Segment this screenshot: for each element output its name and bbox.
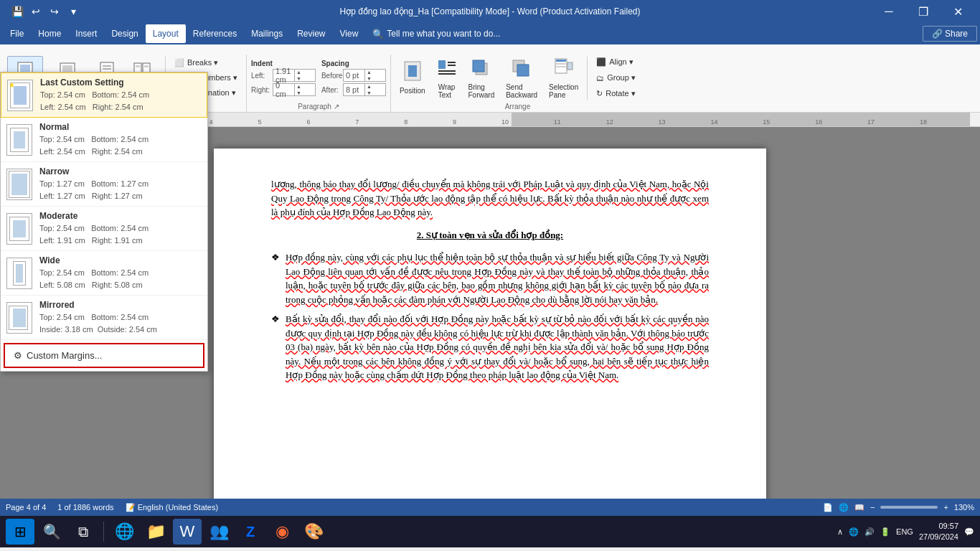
word-button[interactable]: W xyxy=(173,519,202,545)
spell-icon: 📝 xyxy=(126,503,136,512)
qat-dropdown[interactable]: ▾ xyxy=(65,3,82,20)
margin-option-last-custom[interactable]: ★ Last Custom Setting Top: 2.54 cm Botto… xyxy=(1,72,207,118)
selection-pane-button[interactable]: Selection Pane xyxy=(545,56,583,100)
taskbar-network[interactable]: 🌐 xyxy=(849,527,859,537)
rotate-icon: ↻ xyxy=(596,89,603,98)
spacing-before-input[interactable]: 0 pt ▲ ▼ xyxy=(343,69,386,82)
zoom-out-btn[interactable]: − xyxy=(870,503,875,512)
bring-forward-button[interactable]: Bring Forward xyxy=(464,56,499,100)
margin-option-mirrored[interactable]: Mirrored Top: 2.54 cm Bottom: 2.54 cm In… xyxy=(1,296,207,340)
view-read-icon[interactable]: 📖 xyxy=(854,503,864,512)
breaks-button[interactable]: ⬜ Breaks ▾ xyxy=(170,56,242,70)
menu-review[interactable]: Review xyxy=(290,24,332,43)
taskbar-sep1 xyxy=(103,522,104,542)
margin-option-moderate[interactable]: Moderate Top: 2.54 cm Bottom: 2.54 cm Le… xyxy=(1,207,207,251)
taskbar-notification[interactable]: 💬 xyxy=(964,527,974,537)
save-qat-btn[interactable]: 💾 xyxy=(9,3,26,20)
view-web-icon[interactable]: 🌐 xyxy=(839,503,849,512)
taskbar-battery[interactable]: 🔋 xyxy=(880,527,890,537)
send-backward-button[interactable]: Send Backward xyxy=(501,56,542,100)
indent-right-up[interactable]: ▲ xyxy=(295,83,315,90)
margin-icon-normal xyxy=(6,124,32,156)
edge-button[interactable]: 🌐 xyxy=(110,519,138,545)
margin-option-narrow[interactable]: Narrow Top: 1.27 cm Bottom: 1.27 cm Left… xyxy=(1,162,207,207)
menu-view[interactable]: View xyxy=(333,24,366,43)
menu-mailings[interactable]: Mailings xyxy=(244,24,290,43)
menu-layout[interactable]: Layout xyxy=(146,24,186,43)
zalo-button[interactable]: Z xyxy=(236,519,265,545)
zoom-in-btn[interactable]: + xyxy=(943,503,948,512)
taskbar-lang: ENG xyxy=(896,527,913,536)
indent-left-up[interactable]: ▲ xyxy=(295,69,315,75)
words-status: 1 of 1886 words xyxy=(57,503,113,512)
indent-left-input[interactable]: 1.91 cm ▲ ▼ xyxy=(273,69,316,82)
close-btn[interactable]: ✕ xyxy=(941,0,974,23)
wrap-text-icon xyxy=(437,57,457,82)
spacing-after-input[interactable]: 8 pt ▲ ▼ xyxy=(343,83,386,96)
share-btn[interactable]: 🔗 Share xyxy=(923,26,977,42)
indent-right-input[interactable]: 0 cm ▲ ▼ xyxy=(273,83,316,96)
wrap-text-label: Wrap Text xyxy=(438,83,456,99)
taskbar-volume[interactable]: 🔊 xyxy=(864,527,875,537)
custom-margins-label: Custom Margins... xyxy=(27,350,102,361)
view-print-icon[interactable]: 📄 xyxy=(823,503,833,512)
task-view-button[interactable]: ⧉ xyxy=(69,519,98,545)
menu-bar: File Home Insert Design Layout Reference… xyxy=(0,23,980,44)
margin-option-normal[interactable]: Normal Top: 2.54 cm Bottom: 2.54 cm Left… xyxy=(1,118,207,162)
custom-margins-button[interactable]: ⚙ Custom Margins... xyxy=(4,343,204,368)
menu-design[interactable]: Design xyxy=(104,24,145,43)
align-button[interactable]: ⬛ Align ▾ xyxy=(592,55,640,70)
paragraph-label: Paragraph ↗ xyxy=(251,101,386,112)
start-button[interactable]: ⊞ xyxy=(6,519,34,545)
after-down[interactable]: ▼ xyxy=(365,90,385,96)
position-label: Position xyxy=(400,87,425,95)
margin-details-narrow: Narrow Top: 1.27 cm Bottom: 1.27 cm Left… xyxy=(39,166,202,202)
margin-vals-narrow: Top: 1.27 cm Bottom: 1.27 cm Left: 1.27 … xyxy=(39,178,202,202)
before-up[interactable]: ▲ xyxy=(365,69,385,75)
menu-home[interactable]: Home xyxy=(31,24,68,43)
margin-name-narrow: Narrow xyxy=(39,166,202,176)
app5-button[interactable]: ◉ xyxy=(268,519,296,545)
before-down[interactable]: ▼ xyxy=(365,75,385,82)
margins-dropdown: ★ Last Custom Setting Top: 2.54 cm Botto… xyxy=(0,72,208,372)
zoom-slider[interactable] xyxy=(880,506,938,509)
margin-vals-wide: Top: 2.54 cm Bottom: 2.54 cm Left: 5.08 … xyxy=(39,267,202,291)
wrap-text-button[interactable]: Wrap Text xyxy=(433,56,461,100)
margin-option-wide[interactable]: Wide Top: 2.54 cm Bottom: 2.54 cm Left: … xyxy=(1,251,207,296)
margin-icon-last-custom: ★ xyxy=(7,80,33,111)
group-icon: 🗂 xyxy=(596,74,604,83)
page-status: Page 4 of 4 xyxy=(6,503,46,512)
taskbar-time: 09:57 27/09/2024 xyxy=(919,521,958,543)
restore-btn[interactable]: ❐ xyxy=(907,0,940,23)
group-button[interactable]: 🗂 Group ▾ xyxy=(592,71,640,85)
undo-qat-btn[interactable]: ↩ xyxy=(27,3,44,20)
rotate-button[interactable]: ↻ Rotate ▾ xyxy=(592,87,640,101)
taskbar-chevron[interactable]: ∧ xyxy=(837,527,843,537)
menu-insert[interactable]: Insert xyxy=(68,24,104,43)
svg-rect-21 xyxy=(517,65,529,76)
language-status: 📝 English (United States) xyxy=(126,503,219,512)
bullet-symbol-2: ❖ xyxy=(271,312,280,382)
search-button[interactable]: 🔍 xyxy=(37,519,66,545)
svg-rect-26 xyxy=(567,62,573,70)
indent-left-down[interactable]: ▼ xyxy=(295,75,315,82)
margin-details-wide: Wide Top: 2.54 cm Bottom: 2.54 cm Left: … xyxy=(39,255,202,291)
margin-vals-last-custom: Top: 2.54 cm Bottom: 2.54 cm Left: 2.54 … xyxy=(40,89,201,113)
teams-button[interactable]: 👥 xyxy=(204,519,233,545)
position-button[interactable]: Position xyxy=(395,56,430,100)
tell-me-input[interactable]: 🔍 Tell me what you want to do... xyxy=(365,24,507,43)
send-backward-label: Send Backward xyxy=(506,83,537,99)
menu-references[interactable]: References xyxy=(186,24,244,43)
minimize-btn[interactable]: ─ xyxy=(872,0,905,23)
paragraph-dialog-btn[interactable]: ↗ xyxy=(334,103,339,110)
menu-file[interactable]: File xyxy=(3,24,31,43)
svg-rect-13 xyxy=(438,60,446,69)
app6-button[interactable]: 🎨 xyxy=(299,519,328,545)
indent-right-down[interactable]: ▼ xyxy=(295,90,315,96)
arrange-label: Arrange xyxy=(395,101,640,112)
redo-qat-btn[interactable]: ↪ xyxy=(46,3,63,20)
selection-pane-icon xyxy=(555,57,573,82)
after-up[interactable]: ▲ xyxy=(365,83,385,90)
explorer-button[interactable]: 📁 xyxy=(141,519,170,545)
margin-details-moderate: Moderate Top: 2.54 cm Bottom: 2.54 cm Le… xyxy=(39,211,202,246)
